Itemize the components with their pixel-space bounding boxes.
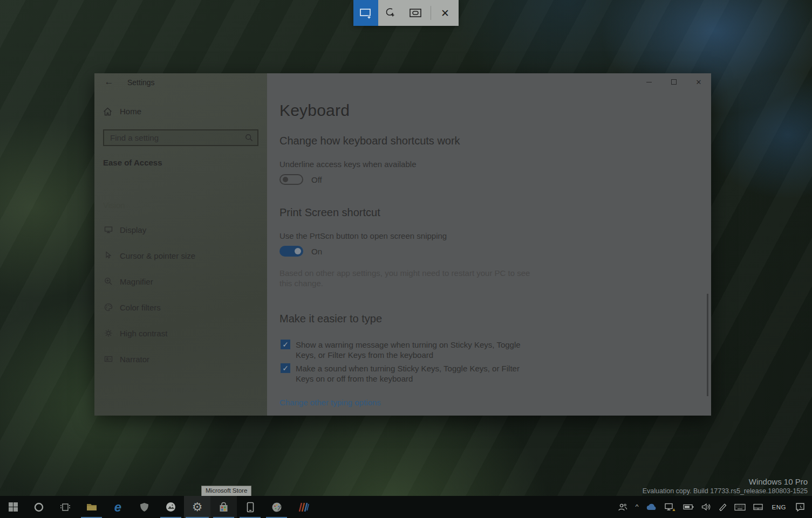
toggle-knob (295, 248, 301, 254)
narrator-icon (104, 355, 113, 363)
sidebar-item-label: Display (120, 225, 146, 234)
settings-taskbar-button[interactable]: ⚙ (184, 496, 210, 518)
window-title: Settings (127, 78, 155, 87)
snip-close-button[interactable]: ✕ (434, 0, 456, 26)
sidebar-item-display[interactable]: Display (94, 217, 267, 243)
volume-icon[interactable] (698, 496, 715, 518)
action-center-button[interactable] (791, 496, 809, 518)
defender-button[interactable] (131, 496, 158, 518)
scrollbar[interactable] (707, 294, 708, 396)
fullscreen-snip-button[interactable] (403, 0, 428, 26)
paint-3d-button[interactable] (263, 496, 290, 518)
print-screen-section-heading: Print Screen shortcut (279, 206, 380, 219)
photos-icon (166, 502, 176, 512)
sidebar-item-cursor-pointer-size[interactable]: Cursor & pointer size (94, 243, 267, 268)
battery-icon[interactable] (679, 496, 698, 518)
sidebar-item-high-contrast[interactable]: High contrast (94, 320, 267, 346)
virtual-touchpad-icon[interactable] (749, 496, 767, 518)
sidebar-item-narrator[interactable]: Narrator (94, 346, 267, 372)
rectangular-snip-button[interactable] (353, 0, 378, 26)
windows-ink-pen-icon[interactable] (715, 496, 731, 518)
edge-icon: e (114, 500, 121, 515)
sticky-keys-sound-checkbox[interactable]: ✓ (281, 363, 290, 373)
freeform-snip-button[interactable] (378, 0, 403, 26)
language-indicator[interactable]: ENG (767, 496, 791, 518)
file-explorer-button[interactable] (78, 496, 105, 518)
underline-access-keys-label: Underline access keys when available (279, 160, 416, 169)
cortana-icon (34, 502, 44, 512)
sidebar-item-magnifier[interactable]: Magnifier (94, 268, 267, 294)
rectangular-snip-icon (359, 7, 373, 19)
checkbox-label: Show a warning message when turning on S… (296, 340, 529, 360)
high-contrast-icon (104, 329, 113, 337)
sidebar-item-color-filters[interactable]: Color filters (94, 294, 267, 320)
maximize-button[interactable] (661, 73, 686, 91)
defender-shield-icon (140, 502, 149, 512)
cortana-button[interactable] (26, 496, 52, 518)
prtscn-label: Use the PrtScn button to open screen sni… (279, 231, 447, 240)
sidebar-item-label: Cursor & pointer size (120, 251, 195, 260)
windows-edition-label: Windows 10 Pro (643, 477, 808, 486)
page-title: Keyboard (279, 101, 350, 120)
underline-access-keys-toggle[interactable] (279, 174, 303, 185)
chevron-up-icon: ^ (635, 504, 638, 510)
window-controls: ✕ (637, 73, 711, 91)
settings-search-box (103, 129, 258, 146)
prtscn-restart-note: Based on other app settings, you might n… (279, 268, 530, 288)
change-other-typing-options-link[interactable]: Change other typing options (279, 398, 381, 407)
phone-button[interactable] (237, 496, 263, 518)
store-bag-icon (219, 502, 229, 513)
magnifier-icon (104, 277, 113, 286)
microsoft-store-tooltip: Microsoft Store (201, 486, 251, 496)
evaluation-build-label: Evaluation copy. Build 17733.rs5_release… (643, 487, 808, 495)
people-button[interactable] (614, 496, 631, 518)
desktop: ✕ ← Settings Home Ease of Access Vision (0, 0, 812, 518)
toggle-state-label: On (311, 247, 322, 256)
paint-palette-icon (271, 502, 282, 513)
maximize-icon (671, 79, 677, 85)
sticky-keys-warning-row: ✓ Show a warning message when turning on… (281, 340, 529, 360)
task-view-button[interactable] (52, 496, 78, 518)
minimize-button[interactable] (637, 73, 661, 91)
sticky-keys-warning-checkbox[interactable]: ✓ (281, 340, 290, 349)
close-button[interactable]: ✕ (686, 73, 711, 91)
search-icon[interactable] (245, 134, 253, 142)
toggle-knob (283, 177, 288, 182)
sidebar-item-home[interactable]: Home (103, 107, 141, 116)
settings-main-pane: ✕ Keyboard Change how keyboard shortcuts… (267, 73, 711, 416)
microsoft-store-button[interactable] (210, 496, 237, 518)
home-icon (103, 107, 112, 116)
freeform-snip-icon (384, 7, 398, 19)
toggle-state-label: Off (311, 175, 322, 184)
sidebar-category-title: Ease of Access (103, 158, 162, 167)
onedrive-button[interactable] (643, 496, 661, 518)
search-input[interactable] (104, 133, 245, 142)
touch-keyboard-icon[interactable] (731, 496, 749, 518)
prtscn-toggle[interactable] (279, 246, 303, 257)
sidebar-item-label: Magnifier (120, 277, 153, 286)
snip-toolbar-divider (431, 6, 431, 20)
sticky-keys-sound-row: ✓ Make a sound when turning Sticky Keys,… (281, 363, 529, 384)
system-tray: ^ ENG (614, 496, 812, 518)
taskbar: e ⚙ (0, 496, 812, 518)
start-button[interactable] (0, 496, 26, 518)
photos-button[interactable] (158, 496, 184, 518)
sidebar-item-label: Color filters (120, 303, 161, 312)
shortcuts-section-heading: Change how keyboard shortcuts work (279, 135, 460, 147)
underline-access-keys-toggle-row: Off (279, 174, 322, 185)
color-filters-icon (104, 303, 113, 312)
edge-button[interactable]: e (105, 496, 131, 518)
network-status-icon[interactable] (661, 496, 679, 518)
home-label: Home (120, 107, 141, 116)
windows-logo-icon (9, 502, 18, 512)
show-hidden-icons-button[interactable]: ^ (631, 496, 642, 518)
back-button[interactable]: ← (103, 76, 115, 88)
gear-icon: ⚙ (192, 501, 203, 513)
sidebar-section-hearing: Hearing (103, 391, 132, 400)
settings-sidebar: ← Settings Home Ease of Access Vision (94, 73, 267, 416)
phone-icon (247, 502, 254, 513)
prtscn-toggle-row: On (279, 246, 322, 257)
sidebar-item-label: Narrator (120, 355, 149, 364)
fresh-paint-button[interactable] (290, 496, 316, 518)
task-view-icon (60, 502, 70, 512)
